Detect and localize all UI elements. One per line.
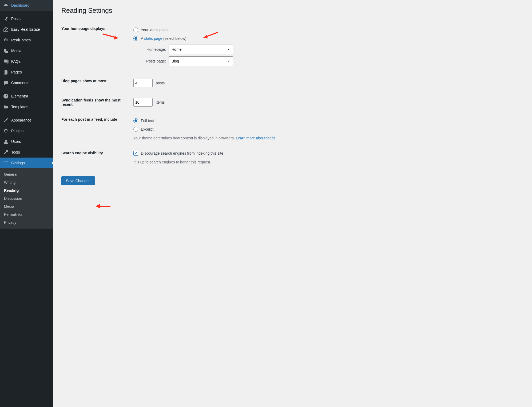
sidebar-item-plugins[interactable]: Plugins: [0, 126, 53, 136]
sidebar-item-label: FAQs: [11, 59, 21, 64]
submenu-item-discussion[interactable]: Discussion: [0, 194, 53, 202]
svg-rect-3: [6, 96, 7, 96]
visibility-checkbox-row[interactable]: Discourage search engines from indexing …: [133, 151, 521, 156]
page-title: Reading Settings: [61, 7, 524, 14]
dashboard-icon: [3, 3, 9, 8]
sidebar-item-media[interactable]: Media: [0, 45, 53, 56]
blog-pages-label: Blog pages show at most: [61, 79, 106, 83]
sidebar-item-label: Media: [11, 49, 21, 53]
sidebar-item-easy-real-estate[interactable]: Easy Real Estate: [0, 24, 53, 35]
annotation-arrow-icon: [101, 33, 120, 41]
sidebar-item-label: RealHomes: [11, 38, 31, 42]
homepage-select[interactable]: Home: [169, 45, 233, 54]
sidebar-item-label: Plugins: [11, 129, 23, 133]
faq-icon: [3, 59, 9, 64]
homes-icon: [3, 37, 9, 43]
save-button[interactable]: Save Changes: [61, 176, 95, 185]
postspage-select-label: Posts page:: [139, 59, 166, 63]
radio-static-input[interactable]: [133, 36, 138, 41]
annotation-arrow-icon: [94, 202, 113, 211]
sidebar-item-pages[interactable]: Pages: [0, 67, 53, 77]
sidebar-item-templates[interactable]: Templates: [0, 101, 53, 112]
visibility-label: Search engine visibility: [61, 151, 103, 155]
sidebar-item-realhomes[interactable]: RealHomes: [0, 35, 53, 45]
learn-more-link[interactable]: Learn more about feeds: [236, 136, 276, 140]
brush-icon: [3, 118, 9, 123]
folder-icon: [3, 104, 9, 109]
syndication-input[interactable]: [133, 98, 153, 107]
feed-description: Your theme determines how content is dis…: [133, 136, 521, 140]
sidebar-item-dashboard[interactable]: Dashboard: [0, 0, 53, 11]
estate-icon: [3, 27, 9, 32]
sidebar-item-label: Elementor: [11, 94, 28, 98]
static-page-link[interactable]: static page: [144, 36, 162, 41]
sidebar-item-label: Appearance: [11, 118, 31, 122]
sidebar-item-tools[interactable]: Tools: [0, 147, 53, 158]
pin-icon: [3, 16, 9, 21]
sidebar-item-label: Easy Real Estate: [11, 27, 40, 32]
visibility-description: It is up to search engines to honor this…: [133, 160, 521, 164]
svg-point-5: [5, 140, 7, 142]
sidebar-item-posts[interactable]: Posts: [0, 13, 53, 24]
sidebar-item-elementor[interactable]: Elementor: [0, 91, 53, 101]
blog-pages-input[interactable]: [133, 79, 153, 87]
homepage-select-label: Homepage:: [139, 47, 166, 52]
pages-icon: [3, 69, 9, 75]
wrench-icon: [3, 150, 9, 155]
feed-include-label: For each post in a feed, include: [61, 117, 117, 122]
sidebar-item-label: Posts: [11, 17, 21, 21]
sidebar-item-label: Dashboard: [11, 3, 30, 7]
radio-latest-posts[interactable]: Your latest posts: [133, 28, 521, 32]
submenu-item-privacy[interactable]: Privacy: [0, 218, 53, 226]
sidebar-item-faqs[interactable]: FAQs: [0, 56, 53, 67]
visibility-checkbox[interactable]: [133, 151, 138, 156]
sidebar-item-settings[interactable]: Settings: [0, 158, 53, 168]
sidebar-item-label: Templates: [11, 105, 28, 109]
submenu-item-reading[interactable]: Reading: [0, 186, 53, 194]
sidebar-item-label: Users: [11, 139, 21, 144]
elementor-icon: [3, 93, 9, 99]
blog-pages-suffix: posts: [156, 81, 165, 85]
svg-rect-4: [6, 97, 7, 97]
submenu-item-media[interactable]: Media: [0, 202, 53, 210]
sidebar-item-label: Comments: [11, 81, 29, 85]
svg-rect-2: [6, 95, 7, 96]
sidebar-item-users[interactable]: Users: [0, 136, 53, 147]
main-content: Reading Settings Your homepage displays …: [53, 0, 532, 407]
syndication-label: Syndication feeds show the most recent: [61, 98, 121, 107]
submenu-item-writing[interactable]: Writing: [0, 178, 53, 186]
radio-full-text[interactable]: Full text: [133, 118, 521, 123]
sidebar-item-comments[interactable]: Comments: [0, 77, 53, 88]
homepage-displays-label: Your homepage displays: [61, 26, 105, 31]
comment-icon: [3, 80, 9, 85]
admin-sidebar: DashboardPostsEasy Real EstateRealHomesM…: [0, 0, 53, 407]
plug-icon: [3, 128, 9, 134]
sidebar-item-label: Tools: [11, 150, 20, 154]
settings-submenu: GeneralWritingReadingDiscussionMediaPerm…: [0, 168, 53, 229]
submenu-item-permalinks[interactable]: Permalinks: [0, 210, 53, 218]
sidebar-item-appearance[interactable]: Appearance: [0, 115, 53, 126]
svg-rect-1: [5, 95, 5, 97]
radio-static-page[interactable]: A static page (select below): [133, 36, 521, 41]
sidebar-item-label: Settings: [11, 161, 25, 165]
user-icon: [3, 139, 9, 144]
radio-latest-input[interactable]: [133, 28, 138, 32]
media-icon: [3, 48, 9, 53]
sliders-icon: [3, 160, 9, 166]
sidebar-item-label: Pages: [11, 70, 22, 74]
radio-excerpt[interactable]: Excerpt: [133, 127, 521, 132]
radio-full-input[interactable]: [133, 118, 138, 123]
syndication-suffix: items: [156, 100, 165, 104]
postspage-select[interactable]: Blog: [169, 56, 233, 66]
submenu-item-general[interactable]: General: [0, 170, 53, 178]
annotation-arrow-icon: [201, 31, 220, 40]
radio-excerpt-input[interactable]: [133, 127, 138, 132]
